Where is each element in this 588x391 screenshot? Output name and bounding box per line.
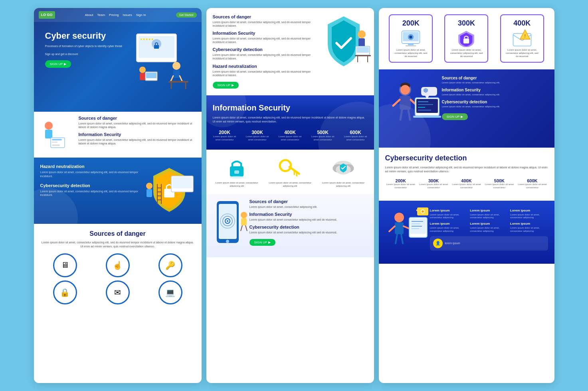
- stat-card-desc-3: Lorem ipsum dolor sit amet, consectetur …: [505, 49, 539, 58]
- middle-panel: Sources of danger Lorem ipsum dolor sit …: [206, 8, 374, 383]
- right-bottom-illustration: [385, 205, 425, 259]
- mid-desc-4: Lorem ipsum dolor sit amet, consectetur …: [213, 70, 311, 77]
- mail-icon-svg: !: [510, 29, 534, 47]
- icon-key-desc: Lorem ipsum dolor sit amet, consectetur …: [266, 182, 314, 188]
- nav-team[interactable]: Team: [97, 13, 105, 17]
- svg-text:★★★★★: ★★★★★: [140, 38, 154, 41]
- info-title-2: Information Security: [79, 132, 197, 137]
- svg-line-89: [389, 226, 395, 231]
- left-sources-section: Sources of danger Lorem ipsum dolor sit …: [34, 224, 202, 311]
- grid-item-2-3: Lorem ipsum Lorem ipsum dolor sit amet, …: [510, 222, 548, 233]
- mid-title-1: Sources of danger: [213, 14, 311, 19]
- svg-point-57: [241, 212, 247, 218]
- key-icon-svg: [276, 156, 304, 180]
- nav-issues[interactable]: Issues: [123, 13, 132, 17]
- svg-point-32: [358, 30, 366, 38]
- icon-lock: Lorem ipsum dolor sit amet, consectetur …: [213, 156, 261, 188]
- bottom-title-2: Information Security: [249, 212, 368, 217]
- stat-card-value-1: 200K: [394, 19, 428, 28]
- bottom-title-3: Cybersecurity detection: [249, 225, 368, 229]
- mid-title-4: Hazard neutralization: [213, 64, 311, 69]
- stat-card-400k: 400K ! Lorem ipsum dolor sit amet, conse…: [500, 14, 544, 63]
- right-mid-text: Sources of danger Lorem ipsum dolor sit …: [442, 76, 548, 141]
- hero-title: Cyber security: [45, 31, 122, 41]
- svg-rect-79: [416, 99, 438, 113]
- right-mid-desc-2: Lorem ipsum dolor sit amet, consectetur …: [442, 93, 548, 97]
- bottom-signup-button[interactable]: SIGN UP ▶: [249, 239, 276, 246]
- monitor-icon-svg: [399, 29, 423, 47]
- nav-links: About Team Pricing Issues Sign In: [85, 13, 146, 17]
- stat-card-200k: 200K Lorem ipsum dolor sit amet, consect…: [389, 14, 433, 63]
- shield-person-svg: [316, 14, 372, 70]
- middle-info-blue: Information Security Lorem ipsum dolor s…: [206, 95, 374, 150]
- cloud-icon-svg: [329, 156, 357, 180]
- lock-icon-svg: [223, 156, 251, 180]
- sources-title: Sources of danger: [40, 230, 195, 237]
- stat-card-300k: 300K Lorem ipsum dolor sit amet, consect…: [444, 14, 488, 63]
- right-bottom-grid: Lorem ipsum Lorem ipsum dolor sit amet, …: [430, 209, 548, 233]
- icon-cloud: Lorem ipsum dolor sit amet, consectetur …: [319, 156, 367, 188]
- mid-desc-1: Lorem ipsum dolor sit amet, consectetur …: [213, 20, 311, 28]
- svg-rect-85: [421, 87, 437, 96]
- hero-illustration: ★★★★★: [129, 26, 192, 98]
- svg-rect-14: [146, 73, 156, 78]
- cybersec-stat-1: 200K Lorem ipsum dolor sit amet consecte…: [385, 178, 416, 190]
- sources-desc: Lorem ipsum dolor sit amet, consectetur …: [40, 241, 195, 249]
- cybersec-title: Cybersecurity detection: [385, 154, 548, 162]
- blue-desc-1: Lorem ipsum dolor sit amet, consectetur …: [40, 170, 139, 178]
- grid-item-1-3: Lorem ipsum Lorem ipsum dolor sit amet, …: [510, 209, 548, 220]
- svg-point-55: [227, 220, 228, 222]
- svg-rect-67: [463, 38, 469, 43]
- mid-signup-button[interactable]: SIGN UP ▶: [213, 82, 239, 89]
- source-icon-lock: 🔒: [53, 280, 77, 304]
- bottom-desc-2: Lorem ipsum dolor sit amet consectetur a…: [249, 218, 368, 221]
- svg-rect-58: [241, 218, 247, 225]
- svg-text:••••••••: ••••••••: [52, 141, 57, 143]
- phone-illustration: [213, 199, 245, 253]
- svg-line-60: [245, 225, 247, 231]
- svg-point-15: [45, 122, 53, 130]
- nav-about[interactable]: About: [85, 13, 93, 17]
- nav-cta-button[interactable]: Get Started: [176, 12, 197, 18]
- stat-card-value-2: 300K: [449, 19, 483, 28]
- svg-line-7: [180, 76, 182, 82]
- cybersec-stats: 200K Lorem ipsum dolor sit amet consecte…: [385, 178, 548, 190]
- right-mid-title-1: Sources of danger: [442, 76, 548, 80]
- svg-line-91: [396, 234, 397, 243]
- stat-card-desc-2: Lorem ipsum dolor sit amet, consectetur …: [449, 49, 483, 58]
- hero-signup-button[interactable]: SIGN UP ▶: [45, 60, 71, 68]
- svg-point-64: [410, 36, 412, 38]
- nav-signin[interactable]: Sign In: [136, 13, 146, 17]
- left-panel: LO GO About Team Pricing Issues Sign In …: [34, 8, 202, 383]
- svg-rect-35: [356, 47, 369, 53]
- mid-title-2: Information Security: [213, 31, 311, 36]
- svg-line-6: [170, 76, 173, 82]
- source-icon-finger: ☝: [106, 253, 130, 277]
- right-mid-title-3: Cybersecurity detection: [442, 100, 548, 104]
- right-mid-signup-button[interactable]: SIGN UP ▶: [442, 113, 468, 120]
- svg-point-41: [230, 176, 244, 179]
- bottom-desc-1: Lorem ipsum dolor sit amet, consectetur …: [249, 205, 368, 209]
- svg-rect-102: [416, 209, 419, 211]
- icon-cloud-desc: Lorem ipsum dolor sit amet, consectetur …: [319, 182, 367, 188]
- left-blue-section: Hazard neutralization Lorem ipsum dolor …: [34, 158, 202, 224]
- svg-point-72: [400, 85, 410, 95]
- svg-point-56: [226, 240, 229, 243]
- cybersec-stat-2: 300K Lorem ipsum dolor sit amet consecte…: [418, 178, 449, 190]
- svg-rect-65: [408, 43, 414, 45]
- nav-pricing[interactable]: Pricing: [109, 13, 119, 17]
- source-icon-key: 🔑: [158, 253, 182, 277]
- right-mid-title-2: Information Security: [442, 88, 548, 92]
- svg-rect-5: [173, 70, 180, 78]
- svg-rect-8: [168, 81, 188, 83]
- info-title-1: Sources of danger: [79, 116, 197, 120]
- sources-icon-grid: 🖥 ☝ 🔑 🔒 ✉ 💻: [40, 253, 195, 304]
- svg-rect-18: [52, 139, 62, 140]
- svg-rect-23: [172, 177, 192, 188]
- right-bottom: Lorem ipsum Lorem ipsum dolor sit amet, …: [379, 201, 554, 264]
- hero-sub-desc: Sign up and get a discount: [45, 52, 122, 56]
- left-hero: LO GO About Team Pricing Issues Sign In …: [34, 8, 202, 112]
- hero-content: Cyber security Processes of formation of…: [39, 26, 129, 99]
- svg-point-4: [172, 62, 180, 70]
- shield-illustration: [143, 164, 195, 216]
